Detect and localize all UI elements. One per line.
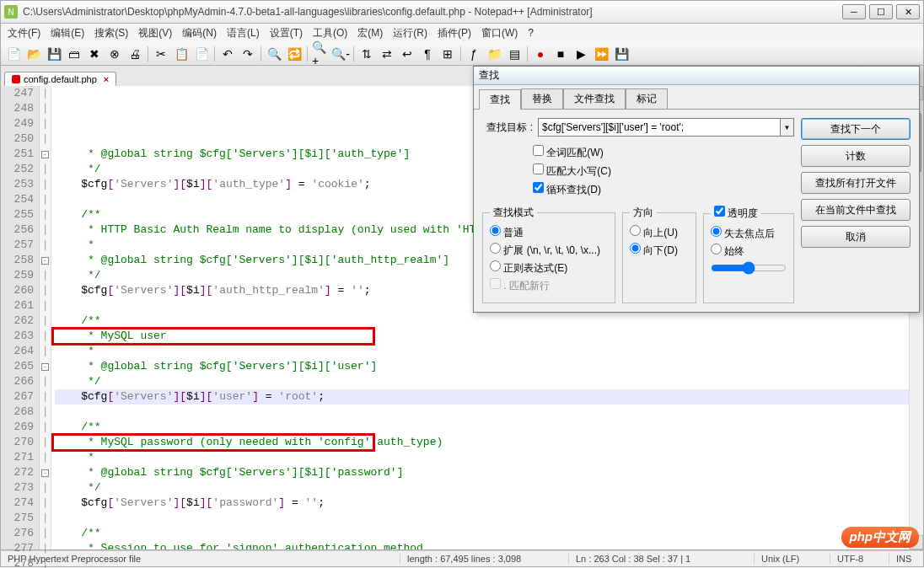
menu-edit[interactable]: 编辑(E): [47, 24, 88, 42]
find-dialog: 查找 查找 替换 文件查找 标记 查找目标 : ▼ 全词匹配(W) 匹配大小写(…: [473, 66, 920, 313]
menu-settings[interactable]: 设置(T): [266, 24, 306, 42]
code-line[interactable]: [55, 405, 923, 420]
radio-down[interactable]: 向下(D): [630, 243, 689, 258]
show-all-chars-icon[interactable]: ¶: [418, 45, 437, 63]
function-list-icon[interactable]: ƒ: [465, 45, 483, 63]
find-history-dropdown[interactable]: ▼: [781, 118, 794, 137]
stop-macro-icon[interactable]: ■: [551, 45, 570, 63]
redo-icon[interactable]: ↷: [239, 45, 257, 63]
radio-always[interactable]: 始终: [711, 244, 787, 259]
check-match-case[interactable]: 匹配大小写(C): [533, 163, 794, 179]
cancel-button[interactable]: 取消: [801, 226, 911, 248]
code-line[interactable]: * Session to use for 'signon' authentica…: [55, 541, 923, 549]
code-line[interactable]: *: [55, 344, 923, 359]
close-button[interactable]: ✕: [896, 4, 920, 19]
tab-mark[interactable]: 标记: [626, 88, 668, 109]
code-line[interactable]: * @global string $cfg['Servers'][$i]['us…: [55, 359, 923, 374]
indent-guide-icon[interactable]: ⊞: [438, 45, 457, 63]
code-line[interactable]: $cfg['Servers'][$i]['user'] = 'root';: [55, 389, 923, 405]
find-all-open-button[interactable]: 查找所有打开文件: [801, 172, 911, 194]
record-macro-icon[interactable]: ●: [531, 45, 550, 63]
code-line[interactable]: */: [55, 480, 923, 496]
group-direction: 方向 向上(U) 向下(D): [622, 206, 696, 303]
find-in-current-button[interactable]: 在当前文件中查找: [801, 199, 911, 221]
fold-column[interactable]: ││││-││││││-││││││-││││││-││││││: [40, 86, 51, 549]
doc-map-icon[interactable]: ▤: [505, 45, 524, 63]
code-line[interactable]: * MySQL password (only needed with 'conf…: [55, 435, 923, 450]
code-line[interactable]: /**: [55, 526, 923, 541]
menu-window[interactable]: 窗口(W): [478, 24, 521, 42]
tab-find[interactable]: 查找: [479, 89, 521, 110]
paste-icon[interactable]: 📄: [192, 45, 211, 63]
check-whole-word[interactable]: 全词匹配(W): [533, 145, 794, 160]
dialog-tabs: 查找 替换 文件查找 标记: [474, 85, 919, 109]
save-all-icon[interactable]: 🗃: [65, 45, 83, 63]
print-icon[interactable]: 🖨: [126, 45, 144, 63]
wrap-icon[interactable]: ↩: [398, 45, 416, 63]
status-insert-mode: INS: [889, 554, 923, 564]
dialog-title[interactable]: 查找: [474, 67, 919, 85]
statusbar: PHP Hypertext Preprocessor file length :…: [0, 550, 924, 567]
open-file-icon[interactable]: 📂: [24, 45, 43, 63]
radio-regex[interactable]: 正则表达式(E): [490, 260, 567, 276]
menu-plugins[interactable]: 插件(P): [434, 24, 475, 42]
play-macro-icon[interactable]: ▶: [572, 45, 590, 63]
sync-v-icon[interactable]: ⇅: [357, 45, 376, 63]
check-match-newline[interactable]: . 匹配新行: [490, 278, 550, 293]
close-file-icon[interactable]: ✖: [85, 45, 104, 63]
sync-h-icon[interactable]: ⇄: [378, 45, 396, 63]
app-icon: N: [4, 5, 18, 19]
find-target-label: 查找目标 :: [482, 121, 533, 135]
save-icon[interactable]: 💾: [45, 45, 63, 63]
radio-up[interactable]: 向上(U): [630, 225, 689, 240]
code-line[interactable]: */: [55, 374, 923, 389]
play-multi-icon[interactable]: ⏩: [592, 45, 610, 63]
menu-file[interactable]: 文件(F): [4, 24, 44, 42]
tab-close-icon[interactable]: ×: [104, 74, 109, 84]
group-transparency: 透明度 失去焦点后 始终: [703, 206, 794, 303]
file-tab[interactable]: config.default.php ×: [4, 72, 116, 86]
find-icon[interactable]: 🔍: [265, 45, 283, 63]
code-line[interactable]: *: [55, 450, 923, 465]
menu-view[interactable]: 视图(V): [135, 24, 175, 42]
replace-icon[interactable]: 🔁: [285, 45, 304, 63]
cut-icon[interactable]: ✂: [152, 45, 170, 63]
folder-view-icon[interactable]: 📁: [485, 45, 503, 63]
code-line[interactable]: $cfg['Servers'][$i]['password'] = '';: [55, 496, 923, 511]
minimize-button[interactable]: ─: [842, 4, 866, 19]
status-language: PHP Hypertext Preprocessor file: [1, 554, 400, 564]
menu-help[interactable]: ?: [524, 25, 537, 40]
radio-normal[interactable]: 普通: [490, 225, 608, 240]
close-all-icon[interactable]: ⊗: [105, 45, 124, 63]
menu-encoding[interactable]: 编码(N): [179, 24, 220, 42]
menu-tools[interactable]: 工具(O): [309, 24, 351, 42]
menu-search[interactable]: 搜索(S): [91, 24, 132, 42]
new-file-icon[interactable]: 📄: [4, 45, 23, 63]
code-line[interactable]: [55, 511, 923, 526]
check-transparency[interactable]: [714, 206, 725, 217]
copy-icon[interactable]: 📋: [172, 45, 191, 63]
menu-language[interactable]: 语言(L): [223, 24, 263, 42]
menu-macro[interactable]: 宏(M): [354, 24, 386, 42]
undo-icon[interactable]: ↶: [218, 45, 237, 63]
find-next-button[interactable]: 查找下一个: [801, 118, 911, 140]
tab-find-in-files[interactable]: 文件查找: [563, 88, 626, 109]
transparency-slider[interactable]: [711, 261, 787, 275]
zoom-in-icon[interactable]: 🔍+: [311, 45, 330, 63]
code-line[interactable]: /**: [55, 420, 923, 435]
radio-extended[interactable]: 扩展 (\n, \r, \t, \0, \x...): [490, 243, 608, 258]
code-line[interactable]: * @global string $cfg['Servers'][$i]['pa…: [55, 465, 923, 480]
status-position: Ln : 263 Col : 38 Sel : 37 | 1: [569, 554, 755, 564]
code-line[interactable]: * MySQL user: [55, 329, 923, 344]
radio-lose-focus[interactable]: 失去焦点后: [711, 226, 787, 241]
save-macro-icon[interactable]: 💾: [612, 45, 631, 63]
menu-run[interactable]: 运行(R): [389, 24, 431, 42]
tab-replace[interactable]: 替换: [521, 88, 563, 109]
find-target-input[interactable]: [538, 118, 781, 137]
status-encoding: UTF-8: [830, 554, 889, 564]
maximize-button[interactable]: ☐: [869, 4, 893, 19]
check-wrap[interactable]: 循环查找(D): [533, 182, 794, 197]
code-line[interactable]: /**: [55, 313, 923, 329]
count-button[interactable]: 计数: [801, 145, 911, 167]
zoom-out-icon[interactable]: 🔍-: [331, 45, 350, 63]
